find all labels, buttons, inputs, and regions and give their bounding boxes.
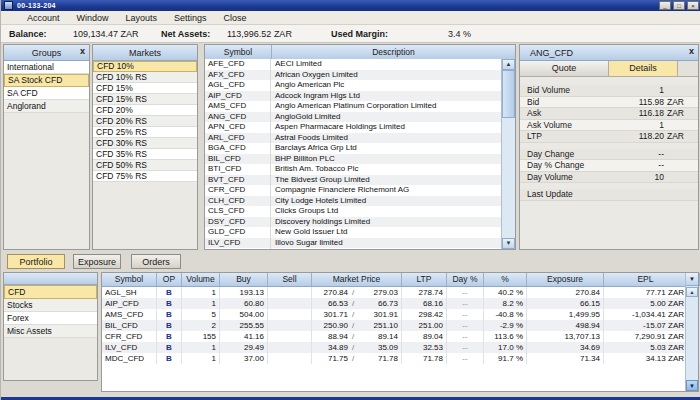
- market-item-cfd-30-rs[interactable]: CFD 30% RS: [93, 138, 197, 149]
- column-header-[interactable]: %: [484, 273, 527, 286]
- epl-cell: 5.00 ZAR: [604, 298, 688, 309]
- tab-portfolio[interactable]: Portfolio: [7, 254, 65, 269]
- quote-detail-rows: Bid Volume1Bid115.98ZARAsk116.18ZARAsk V…: [520, 85, 698, 201]
- market-item-cfd-15-rs[interactable]: CFD 15% RS: [93, 94, 197, 105]
- groups-close-icon[interactable]: x: [80, 46, 85, 56]
- group-item-sa-stock-cfd[interactable]: SA Stock CFD: [4, 74, 89, 87]
- symbol-row[interactable]: GLD_CFDNew Gold Issuer Ltd: [205, 227, 515, 238]
- close-button[interactable]: ×: [687, 1, 699, 10]
- market-bid: 88.94: [315, 331, 348, 342]
- market-item-cfd-20-rs[interactable]: CFD 20% RS: [93, 116, 197, 127]
- market-item-cfd-10-rs[interactable]: CFD 10% RS: [93, 72, 197, 83]
- market-item-cfd-20[interactable]: CFD 20%: [93, 105, 197, 116]
- portfolio-row[interactable]: CFR_CFDB15541.1688.94/89.1489.04--113.6 …: [102, 331, 698, 342]
- symbol-row[interactable]: ILV_CFDIllovo Sugar limited: [205, 238, 515, 249]
- symbol-row[interactable]: CFR_CFDCompagnie Financiere Richemont AG: [205, 185, 515, 196]
- markets-panel-title: Markets: [129, 48, 161, 58]
- column-header-day[interactable]: Day %: [447, 273, 484, 286]
- symbols-column-description[interactable]: Description: [272, 45, 515, 59]
- column-header-ltp[interactable]: LTP: [402, 273, 447, 286]
- portfolio-scrollbar[interactable]: ▼ ▲ ▼: [685, 273, 698, 391]
- menu-item-account[interactable]: Account: [27, 13, 60, 23]
- scrollbar-thumb[interactable]: [502, 70, 515, 118]
- column-header-symbol[interactable]: Symbol: [102, 273, 157, 286]
- scroll-up-icon[interactable]: ▲: [502, 59, 515, 70]
- market-item-cfd-25-rs[interactable]: CFD 25% RS: [93, 127, 197, 138]
- column-header-op[interactable]: OP: [157, 273, 182, 286]
- symbol-row[interactable]: ANG_CFDAngloGold Limited: [205, 112, 515, 123]
- asset-group-item-misc-assets[interactable]: Misc Assets: [4, 325, 97, 338]
- tab-exposure[interactable]: Exposure: [73, 254, 121, 269]
- group-item-international[interactable]: International: [4, 61, 89, 74]
- column-options-icon[interactable]: ▼: [686, 273, 698, 286]
- symbols-panel: Symbol Description AFE_CFDAECI LimitedAF…: [204, 44, 516, 250]
- day-pct-cell: --: [447, 298, 484, 309]
- column-header-volume[interactable]: Volume: [182, 273, 220, 286]
- symbol-row[interactable]: AFX_CFDAfrican Oxygen Limited: [205, 70, 515, 81]
- symbol-cell: ANG_CFD: [205, 112, 271, 123]
- portfolio-row[interactable]: AIP_CFDB160.8066.53/66.7368.16--8.2 %66.…: [102, 298, 698, 309]
- symbol-row[interactable]: AFE_CFDAECI Limited: [205, 59, 515, 70]
- exposure-cell: 13,707.13: [527, 331, 604, 342]
- market-item-cfd-10[interactable]: CFD 10%: [93, 61, 197, 72]
- column-header-market-price[interactable]: Market Price: [312, 273, 402, 286]
- market-item-cfd-15[interactable]: CFD 15%: [93, 83, 197, 94]
- symbol-row[interactable]: CLH_CFDCity Lodge Hotels Limited: [205, 196, 515, 207]
- symbol-row[interactable]: IMP_CFDImpala Platinum Holdings Ltd: [205, 248, 515, 249]
- scroll-down-icon[interactable]: ▼: [686, 380, 698, 391]
- scroll-down-icon[interactable]: ▼: [502, 238, 515, 249]
- symbol-row[interactable]: DSY_CFDDiscovery holdings Limited: [205, 217, 515, 228]
- symbol-cell: CLS_CFD: [205, 206, 271, 217]
- menu-item-close[interactable]: Close: [224, 13, 247, 23]
- symbol-row[interactable]: APN_CFDAspen Pharmacare Holdings Limited: [205, 122, 515, 133]
- symbol-row[interactable]: BIL_CFDBHP Billiton PLC: [205, 154, 515, 165]
- exposure-cell: 66.15: [527, 298, 604, 309]
- market-item-cfd-50-rs[interactable]: CFD 50% RS: [93, 160, 197, 171]
- quote-field-value: 116.18: [639, 108, 664, 119]
- sell-cell: [268, 287, 312, 298]
- menu-item-window[interactable]: Window: [77, 13, 109, 23]
- title-bar[interactable]: 00-133-204 _ □ ×: [1, 0, 700, 11]
- asset-group-item-stocks[interactable]: Stocks: [4, 299, 97, 312]
- portfolio-row[interactable]: BIL_CFDB2255.55250.90/251.10251.00---2.9…: [102, 320, 698, 331]
- menu-item-settings[interactable]: Settings: [174, 13, 207, 23]
- tab-orders[interactable]: Orders: [131, 254, 181, 269]
- tab-details[interactable]: Details: [609, 61, 678, 76]
- market-item-cfd-35-rs[interactable]: CFD 35% RS: [93, 149, 197, 160]
- symbol-row[interactable]: ARL_CFDAstral Foods Limited: [205, 133, 515, 144]
- column-header-exposure[interactable]: Exposure: [527, 273, 604, 286]
- symbol-row[interactable]: BGA_CFDBarclays Africa Grp Ltd: [205, 143, 515, 154]
- symbols-column-symbol[interactable]: Symbol: [205, 45, 272, 59]
- quote-row-day-volume: Day Volume10: [520, 172, 698, 184]
- symbol-row[interactable]: BTI_CFDBritish Am. Tobacco Plc: [205, 164, 515, 175]
- column-header-buy[interactable]: Buy: [220, 273, 268, 286]
- group-item-sa-cfd[interactable]: SA CFD: [4, 87, 89, 100]
- exposure-cell: 498.94: [527, 320, 604, 331]
- exposure-cell: 34.69: [527, 342, 604, 353]
- scroll-up-icon[interactable]: ▲: [686, 287, 698, 297]
- symbol-row[interactable]: AGL_CFDAnglo American Plc: [205, 80, 515, 91]
- symbols-scrollbar[interactable]: ▲ ▼: [501, 59, 515, 249]
- column-header-epl[interactable]: EPL: [604, 273, 688, 286]
- symbol-row[interactable]: BVT_CFDThe Bidvest Group Limited: [205, 175, 515, 186]
- symbol-row[interactable]: AMS_CFDAnglo American Platinum Corporati…: [205, 101, 515, 112]
- epl-cell: -1,034.41 ZAR: [604, 309, 688, 320]
- portfolio-row[interactable]: AMS_CFDB5504.00301.71/301.91298.42---40.…: [102, 309, 698, 320]
- market-item-cfd-75-rs[interactable]: CFD 75% RS: [93, 171, 197, 182]
- symbol-row[interactable]: AIP_CFDAdcock Ingram Hlgs Ltd: [205, 91, 515, 102]
- asset-group-item-cfd[interactable]: CFD: [4, 285, 97, 299]
- group-item-anglorand[interactable]: Anglorand: [4, 100, 89, 113]
- asset-group-item-forex[interactable]: Forex: [4, 312, 97, 325]
- menu-item-layouts[interactable]: Layouts: [126, 13, 158, 23]
- minimize-button[interactable]: _: [659, 1, 671, 10]
- quote-panel-header: ANG_CFD x: [520, 45, 698, 61]
- portfolio-row[interactable]: ILV_CFDB129.4934.89/35.0932.53--17.0 %34…: [102, 342, 698, 353]
- tab-quote[interactable]: Quote: [520, 61, 609, 76]
- portfolio-row[interactable]: MDC_CFDB137.0071.75/71.7871.78--91.7 %71…: [102, 353, 698, 364]
- column-header-sell[interactable]: Sell: [268, 273, 312, 286]
- portfolio-row[interactable]: AGL_SHB1193.13270.84/279.03278.74--40.2 …: [102, 287, 698, 298]
- quote-close-icon[interactable]: x: [689, 46, 694, 56]
- maximize-button[interactable]: □: [673, 1, 685, 10]
- op-cell: B: [157, 331, 182, 342]
- symbol-row[interactable]: CLS_CFDClicks Groups Ltd: [205, 206, 515, 217]
